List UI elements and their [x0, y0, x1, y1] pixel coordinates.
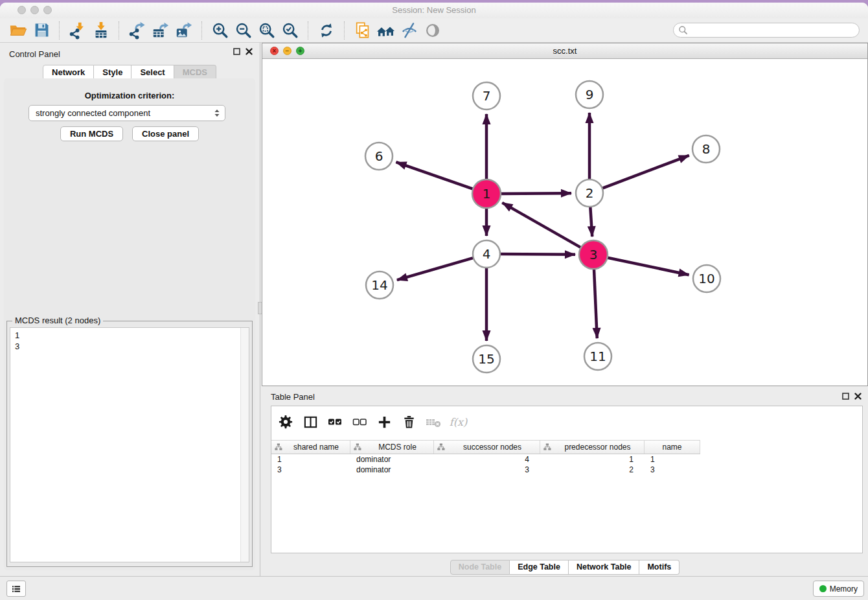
graph-edge-4-3[interactable]: [499, 254, 575, 255]
search-field[interactable]: [673, 23, 860, 38]
graph-node-3[interactable]: 3: [579, 240, 608, 269]
zoom-selected-icon: [281, 21, 299, 40]
graph-node-6[interactable]: 6: [365, 143, 393, 170]
toolbar-separator: [119, 21, 120, 40]
import-network-button[interactable]: [66, 20, 89, 41]
graph-edge-1-6[interactable]: [396, 162, 475, 189]
graph-edge-3-10[interactable]: [606, 257, 689, 275]
table-panel: Table Panel: [262, 387, 868, 579]
column-header-predecessor-nodes[interactable]: predecessor nodes: [540, 441, 645, 454]
open-session-button[interactable]: [6, 20, 30, 41]
tab-motifs[interactable]: Motifs: [639, 560, 680, 575]
table-cell[interactable]: 2: [540, 465, 645, 475]
table-row[interactable]: 1dominator411: [271, 454, 700, 465]
import-table-button[interactable]: [89, 20, 113, 41]
memory-button[interactable]: Memory: [813, 581, 864, 597]
mcds-result-lines: 13: [15, 330, 19, 352]
export-image-icon: [175, 21, 193, 40]
svg-text:f(x): f(x): [450, 416, 468, 428]
tab-network-table[interactable]: Network Table: [569, 560, 640, 575]
table-cell[interactable]: 1: [645, 454, 700, 465]
result-line: 1: [15, 330, 19, 341]
float-panel-icon[interactable]: [842, 393, 849, 400]
graph-edge-2-3[interactable]: [590, 205, 592, 237]
new-network-from-selection-button[interactable]: [351, 20, 374, 41]
zoom-out-button[interactable]: [232, 20, 255, 41]
float-panel-icon[interactable]: [233, 48, 240, 55]
criterion-select[interactable]: strongly connected component: [29, 105, 225, 121]
column-header-MCDS-role[interactable]: MCDS role: [350, 441, 434, 454]
hierarchy-icon: [275, 443, 282, 451]
search-icon: [678, 25, 688, 35]
zoom-fit-button[interactable]: [255, 20, 279, 41]
toolbar-separator: [59, 21, 60, 40]
graph-edge-3-1[interactable]: [502, 203, 582, 249]
svg-text:7: 7: [483, 88, 491, 104]
graph-node-7[interactable]: 7: [473, 82, 500, 110]
table-cell[interactable]: 3: [271, 465, 350, 475]
result-scrollbar[interactable]: [240, 328, 249, 562]
task-list-icon: [11, 582, 21, 596]
column-label: shared name: [282, 443, 350, 452]
export-image-button[interactable]: [172, 20, 196, 41]
refresh-view-button[interactable]: [315, 20, 338, 41]
zoom-in-button[interactable]: [209, 20, 232, 41]
svg-text:9: 9: [586, 87, 594, 102]
function-builder-button[interactable]: f(x): [448, 412, 468, 432]
hide-selected-button[interactable]: [398, 20, 421, 41]
delete-columns-button[interactable]: [398, 412, 419, 432]
table-cell[interactable]: 4: [434, 454, 540, 465]
table-cell[interactable]: 3: [434, 465, 540, 475]
export-network-button[interactable]: [126, 20, 149, 41]
column-header-successor-nodes[interactable]: successor nodes: [434, 441, 540, 454]
graph-node-9[interactable]: 9: [576, 81, 603, 108]
table-panel-tabs: Node TableEdge TableNetwork TableMotifs: [262, 560, 868, 575]
task-history-button[interactable]: [6, 581, 26, 597]
graph-node-14[interactable]: 14: [366, 271, 393, 299]
zoom-selected-button[interactable]: [279, 20, 302, 41]
mcds-result-textarea[interactable]: 13: [10, 327, 249, 562]
table-options-button[interactable]: [275, 412, 296, 432]
deselect-all-rows-button[interactable]: [349, 412, 370, 432]
first-neighbors-button[interactable]: [374, 20, 398, 41]
main-window: Session: New Session: [0, 3, 868, 600]
svg-text:4: 4: [483, 246, 491, 262]
graph-node-8[interactable]: 8: [692, 135, 720, 163]
close-panel-button[interactable]: Close panel: [132, 126, 199, 141]
graph-node-2[interactable]: 2: [576, 179, 603, 207]
graph-edge-3-11[interactable]: [594, 267, 597, 338]
table-cell[interactable]: dominator: [350, 454, 434, 465]
column-header-name[interactable]: name: [645, 441, 700, 454]
node-table-area: f(x) shared nameMCDS rolesuccessor nodes…: [271, 406, 863, 553]
show-all-button[interactable]: [421, 20, 444, 41]
graph-node-11[interactable]: 11: [584, 343, 611, 370]
graph-edge-2-8[interactable]: [601, 156, 689, 189]
houses-icon: [376, 21, 396, 40]
graph-node-4[interactable]: 4: [473, 240, 500, 268]
run-mcds-button[interactable]: Run MCDS: [60, 126, 123, 141]
close-panel-icon[interactable]: [854, 393, 862, 400]
table-cell[interactable]: dominator: [350, 465, 434, 475]
graph-node-15[interactable]: 15: [473, 345, 500, 373]
graph-edge-1-2[interactable]: [499, 193, 571, 194]
search-input[interactable]: [691, 25, 859, 36]
export-table-button[interactable]: [149, 20, 172, 41]
network-graph-canvas[interactable]: 7968124314101511: [262, 59, 867, 386]
table-cell[interactable]: 1: [271, 454, 350, 465]
graph-node-1[interactable]: 1: [472, 179, 501, 208]
table-row[interactable]: 3dominator323: [271, 465, 700, 475]
table-cell[interactable]: 3: [645, 465, 700, 475]
column-layout-button[interactable]: [300, 412, 321, 432]
add-column-button[interactable]: [374, 412, 394, 432]
tab-edge-table[interactable]: Edge Table: [510, 560, 569, 575]
select-all-rows-button[interactable]: [325, 412, 345, 432]
select-chevrons-icon: [212, 108, 222, 119]
graph-edge-4-14[interactable]: [397, 257, 475, 280]
table-cell[interactable]: 1: [540, 454, 645, 465]
close-panel-icon[interactable]: [246, 48, 253, 55]
save-session-button[interactable]: [30, 20, 53, 41]
graph-node-10[interactable]: 10: [693, 265, 720, 292]
column-header-shared-name[interactable]: shared name: [271, 441, 350, 454]
tab-node-table[interactable]: Node Table: [450, 560, 510, 575]
delete-table-button[interactable]: [423, 412, 444, 432]
